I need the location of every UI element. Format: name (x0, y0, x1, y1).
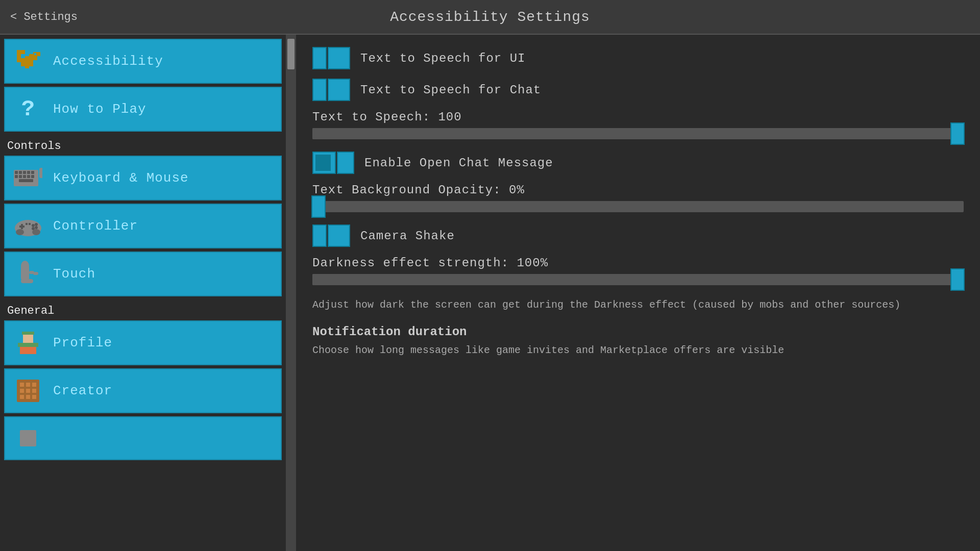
sidebar-item-accessibility[interactable]: Accessibility (4, 39, 282, 84)
keyboard-mouse-label: Keyboard & Mouse (53, 170, 189, 186)
svg-rect-19 (23, 171, 26, 174)
page-title: Accessibility Settings (390, 9, 590, 25)
sidebar-item-touch[interactable]: Touch (4, 252, 282, 296)
tts-chat-toggle-right (328, 79, 350, 101)
sidebar-scroll-container: Accessibility ? How to Play Controls (0, 35, 296, 551)
svg-rect-57 (32, 383, 36, 387)
extra-icon (13, 423, 43, 453)
open-chat-toggle-bg (312, 152, 336, 174)
svg-rect-53 (22, 332, 34, 335)
tts-slider-handle[interactable] (950, 122, 965, 145)
sidebar: Accessibility ? How to Play Controls (0, 35, 296, 551)
notification-duration-desc: Choose how long messages like game invit… (312, 343, 964, 358)
tts-slider-track[interactable] (312, 128, 964, 139)
back-label: < Settings (10, 11, 78, 23)
darkness-effect-label: Darkness effect strength: 100% (312, 256, 964, 270)
controller-label: Controller (53, 218, 138, 234)
camera-shake-row: Camera Shake (312, 224, 964, 247)
svg-rect-22 (15, 175, 18, 178)
darkness-effect-section: Darkness effect strength: 100% (312, 256, 964, 285)
svg-rect-64 (20, 430, 36, 446)
camera-shake-toggle-right (328, 224, 350, 247)
darkness-slider-fill (312, 274, 964, 285)
svg-rect-60 (32, 389, 36, 393)
open-chat-label: Enable Open Chat Message (364, 156, 553, 170)
svg-rect-1 (21, 50, 25, 54)
content-area: Text to Speech for UI Text to Speech for… (296, 35, 980, 551)
tts-ui-toggle[interactable] (312, 47, 350, 69)
controller-icon (13, 211, 43, 241)
creator-icon (13, 376, 43, 406)
svg-point-36 (35, 223, 38, 226)
svg-rect-59 (26, 389, 30, 393)
open-chat-toggle-widget[interactable] (312, 152, 354, 174)
svg-point-41 (16, 229, 24, 235)
svg-point-37 (35, 226, 38, 229)
svg-rect-3 (17, 58, 21, 62)
sidebar-item-keyboard-mouse[interactable]: Keyboard & Mouse (4, 156, 282, 201)
tts-slider-fill (312, 128, 964, 139)
svg-rect-2 (17, 54, 21, 58)
svg-rect-13 (25, 64, 29, 68)
tts-ui-label: Text to Speech for UI (360, 52, 525, 65)
sidebar-item-controller[interactable]: Controller (4, 204, 282, 248)
sidebar-item-extra[interactable] (4, 416, 282, 460)
sidebar-item-how-to-play[interactable]: ? How to Play (4, 87, 282, 132)
svg-point-42 (32, 229, 40, 235)
sidebar-item-creator[interactable]: Creator (4, 368, 282, 413)
svg-rect-63 (32, 395, 36, 399)
open-chat-row: Enable Open Chat Message (312, 152, 964, 174)
tts-chat-toggle[interactable] (312, 79, 350, 101)
svg-rect-51 (23, 334, 33, 343)
creator-label: Creator (53, 383, 112, 398)
svg-rect-20 (27, 171, 30, 174)
svg-rect-21 (31, 171, 34, 174)
accessibility-label: Accessibility (53, 54, 163, 69)
camera-shake-label: Camera Shake (360, 229, 455, 243)
svg-rect-27 (19, 179, 33, 182)
svg-rect-58 (20, 389, 24, 393)
svg-rect-56 (26, 383, 30, 387)
svg-rect-9 (33, 56, 37, 60)
darkness-slider-handle[interactable] (950, 268, 965, 291)
main-layout: Accessibility ? How to Play Controls (0, 35, 980, 551)
svg-rect-25 (27, 175, 30, 178)
tts-slider-label: Text to Speech: 100 (312, 110, 964, 124)
scrollbar-thumb[interactable] (287, 39, 295, 69)
text-to-speech-chat-row: Text to Speech for Chat (312, 79, 964, 101)
darkness-slider-track[interactable] (312, 274, 964, 285)
text-bg-opacity-track[interactable] (312, 201, 964, 212)
svg-rect-47 (21, 279, 33, 283)
controls-section-label: Controls (4, 135, 282, 156)
text-bg-opacity-section: Text Background Opacity: 0% (312, 183, 964, 212)
svg-rect-46 (33, 272, 38, 275)
tts-chat-label: Text to Speech for Chat (360, 83, 541, 97)
how-to-play-label: How to Play (53, 102, 146, 117)
question-icon: ? (13, 94, 43, 124)
svg-rect-10 (29, 58, 33, 62)
tts-slider-section: Text to Speech: 100 (312, 110, 964, 139)
darkness-description: Adjust how dark the screen can get durin… (312, 297, 964, 313)
svg-rect-24 (23, 175, 26, 178)
back-button[interactable]: < Settings (10, 11, 78, 23)
scrollbar-track[interactable] (286, 35, 296, 551)
keyboard-icon (13, 163, 43, 193)
text-bg-opacity-handle[interactable] (311, 195, 326, 218)
svg-rect-52 (18, 343, 38, 347)
svg-rect-39 (26, 223, 28, 225)
profile-icon (13, 328, 43, 358)
sidebar-list: Accessibility ? How to Play Controls (0, 35, 286, 551)
svg-rect-15 (34, 53, 36, 55)
svg-rect-6 (29, 54, 33, 58)
svg-rect-17 (15, 171, 18, 174)
svg-rect-55 (20, 383, 24, 387)
svg-rect-4 (21, 58, 25, 62)
camera-shake-toggle[interactable] (312, 224, 350, 247)
svg-rect-40 (29, 223, 31, 225)
svg-point-35 (32, 224, 35, 227)
sidebar-item-profile[interactable]: Profile (4, 320, 282, 365)
key-icon (13, 46, 43, 76)
svg-rect-23 (19, 175, 22, 178)
svg-rect-8 (37, 52, 40, 56)
svg-rect-28 (39, 168, 42, 178)
